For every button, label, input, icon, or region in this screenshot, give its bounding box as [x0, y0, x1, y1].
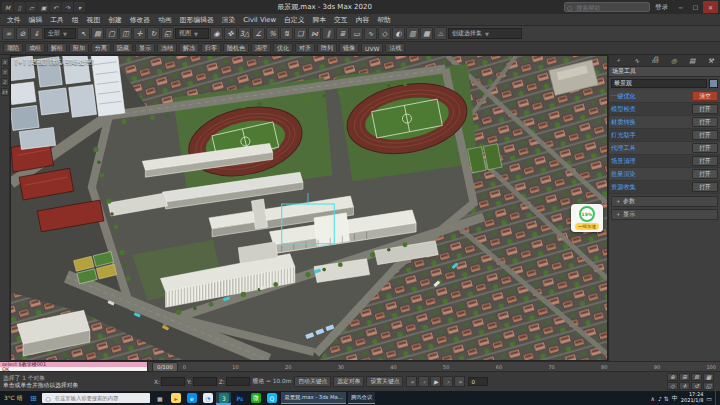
snap-toggle-icon[interactable]: 3△ [238, 27, 251, 40]
zoom-all-icon[interactable]: ⊞ [679, 373, 690, 381]
coordinate-field[interactable] [193, 377, 217, 386]
schematic-view-icon[interactable]: ◇ [378, 27, 391, 40]
tool-row-button[interactable]: 打开 [692, 104, 718, 114]
3dsmax-icon[interactable]: 3 [216, 392, 231, 405]
viewport-label[interactable]: [+] [15, 58, 26, 67]
tool-row-button[interactable]: 打开 [692, 182, 718, 192]
tool-button[interactable]: 附加 [69, 43, 89, 53]
set-key-button[interactable]: 设置关键点 [366, 376, 403, 387]
notification-center-icon[interactable]: ▭ [706, 395, 712, 402]
tool-row-button[interactable]: 打开 [692, 117, 718, 127]
viewport-label[interactable]: [透视] [29, 58, 47, 67]
search-input[interactable] [574, 3, 647, 12]
track-bar[interactable]: 0102030405060708090100 [183, 364, 716, 370]
next-frame-icon[interactable]: › [442, 376, 453, 387]
edge-icon[interactable]: e [184, 392, 199, 405]
undo-icon[interactable]: ↶ [50, 2, 61, 12]
fov-icon[interactable]: ◇ [667, 382, 678, 390]
tool-row-button[interactable]: 打开 [692, 130, 718, 140]
ribbon-toggle-icon[interactable]: ▭ [350, 27, 363, 40]
tool-button[interactable]: 隐藏 [113, 43, 133, 53]
axis-z-icon[interactable]: Z [1, 78, 9, 86]
utilities-tab-icon[interactable]: ⚒ [702, 55, 720, 66]
tool-row-button[interactable]: 打开 [692, 156, 718, 166]
go-end-icon[interactable]: » [454, 376, 465, 387]
menu-item[interactable]: 工具 [46, 15, 68, 25]
motion-tab-icon[interactable]: ◎ [665, 55, 684, 66]
select-by-name-icon[interactable]: ▤ [91, 27, 104, 40]
object-color-swatch[interactable] [709, 79, 718, 88]
volume-icon[interactable]: ♪ [658, 395, 662, 402]
zoom-icon[interactable]: ⊕ [667, 373, 678, 381]
tool-row-button[interactable]: 清空 [692, 91, 718, 101]
current-frame-field[interactable]: 0 [468, 377, 488, 386]
tool-button[interactable]: 塌陷 [3, 43, 23, 53]
render-production-icon[interactable]: ♨ [434, 27, 447, 40]
time-slider-handle[interactable]: 0/100 [152, 362, 178, 372]
auto-key-button[interactable]: 自动关键点 [294, 376, 331, 387]
maximize-viewport-icon[interactable]: ◱ [703, 382, 714, 390]
modify-tab-icon[interactable]: ∿ [628, 55, 647, 66]
menu-item[interactable]: 视图 [83, 15, 105, 25]
viewport-label[interactable]: [默认明暗处理] [50, 58, 94, 67]
tool-link[interactable]: 灯光助手 [611, 131, 690, 140]
tool-link[interactable]: 代理工具 [611, 144, 690, 153]
tool-button[interactable]: 显示 [135, 43, 155, 53]
max-logo-icon[interactable]: M [2, 2, 13, 12]
mirror-icon[interactable]: ⋈ [308, 27, 321, 40]
show-desktop-button[interactable] [715, 391, 718, 405]
rollout-header[interactable]: ＋ 参数 [611, 196, 718, 207]
menu-item[interactable]: 组 [68, 15, 83, 25]
tool-row-button[interactable]: 打开 [692, 169, 718, 179]
menu-item[interactable]: Civil View [239, 16, 280, 24]
coordinate-field[interactable] [161, 377, 185, 386]
taskbar-search-input[interactable] [53, 394, 148, 402]
explorer-icon[interactable]: ▸ [168, 392, 183, 405]
tool-button[interactable]: 分离 [91, 43, 111, 53]
percent-snap-icon[interactable]: % [266, 27, 279, 40]
coordinate-field[interactable] [226, 377, 250, 386]
tool-button[interactable]: 镜像 [339, 43, 359, 53]
menu-item[interactable]: 文件 [3, 15, 25, 25]
tool-link[interactable]: 模型检查 [611, 105, 690, 114]
bind-spacewarp-icon[interactable]: ⇓ [30, 27, 43, 40]
reference-coordinate-combo[interactable]: 视图▼ [175, 28, 209, 39]
menu-item[interactable]: 自定义 [280, 15, 308, 25]
layer-explorer-icon[interactable]: ≣ [336, 27, 349, 40]
network-icon[interactable]: ⇅ [664, 395, 669, 402]
object-name-field[interactable] [611, 79, 707, 88]
axis-x-icon[interactable]: X [1, 58, 9, 66]
tool-button[interactable]: 成组 [25, 43, 45, 53]
task-view-icon[interactable]: ▦ [152, 392, 167, 405]
rect-region-icon[interactable]: ▢ [105, 27, 118, 40]
menu-item[interactable]: 编辑 [25, 15, 47, 25]
edit-selection-set-icon[interactable]: ❑ [294, 27, 307, 40]
photoshop-icon[interactable]: Ps [232, 392, 247, 405]
menu-item[interactable]: 图形编辑器 [176, 15, 218, 25]
pan-icon[interactable]: ✛ [679, 382, 690, 390]
minimize-button[interactable]: ─ [673, 1, 688, 13]
menu-item[interactable]: 渲染 [218, 15, 240, 25]
material-editor-icon[interactable]: ◐ [392, 27, 405, 40]
start-button[interactable]: ⊞ [26, 394, 40, 403]
menu-item[interactable]: 内容 [352, 15, 374, 25]
ime-indicator[interactable]: 中 [672, 394, 678, 403]
speedup-button[interactable]: 一键加速 [575, 223, 599, 230]
tool-row-button[interactable]: 打开 [692, 143, 718, 153]
go-start-icon[interactable]: « [406, 376, 417, 387]
select-rotate-icon[interactable]: ↻ [147, 27, 160, 40]
menu-item[interactable]: 创建 [104, 15, 126, 25]
axis-y-icon[interactable]: Y [1, 68, 9, 76]
zoom-extents-all-icon[interactable]: ▦ [703, 373, 714, 381]
memory-speedup-widget[interactable]: 15% 一键加速 [571, 204, 603, 232]
prev-frame-icon[interactable]: ‹ [418, 376, 429, 387]
window-crossing-icon[interactable]: ◫ [119, 27, 132, 40]
tool-link[interactable]: 批量渲染 [611, 170, 690, 179]
select-move-icon[interactable]: ✛ [133, 27, 146, 40]
taskbar-window-button[interactable]: 腾讯会议 [348, 392, 375, 404]
open-file-icon[interactable]: ▱ [26, 2, 37, 12]
tool-button[interactable]: 归零 [201, 43, 221, 53]
tool-link[interactable]: 资源收集 [611, 183, 690, 192]
spinner-snap-icon[interactable]: ⇅ [280, 27, 293, 40]
save-icon[interactable]: ▣ [38, 2, 49, 12]
